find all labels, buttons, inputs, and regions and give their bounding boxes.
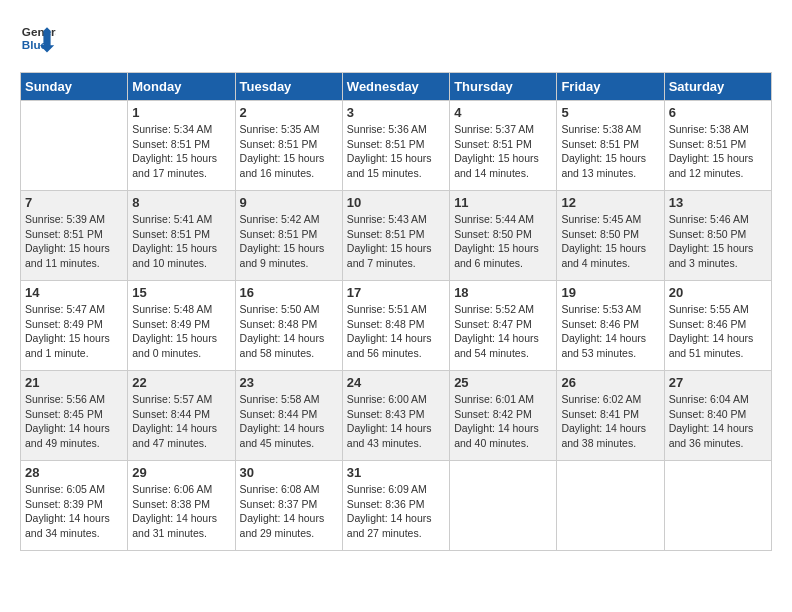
daylight-text: Daylight: 15 hours and 16 minutes. [240,151,338,180]
calendar-cell: 16Sunrise: 5:50 AMSunset: 8:48 PMDayligh… [235,281,342,371]
sunrise-text: Sunrise: 6:02 AM [561,392,659,407]
calendar-cell [664,461,771,551]
day-number: 8 [132,195,230,210]
daylight-text: Daylight: 14 hours and 34 minutes. [25,511,123,540]
sunrise-text: Sunrise: 6:00 AM [347,392,445,407]
weekday-header: Sunday [21,73,128,101]
day-number: 4 [454,105,552,120]
sunrise-text: Sunrise: 5:42 AM [240,212,338,227]
calendar-cell: 30Sunrise: 6:08 AMSunset: 8:37 PMDayligh… [235,461,342,551]
sunset-text: Sunset: 8:46 PM [669,317,767,332]
sunrise-text: Sunrise: 5:48 AM [132,302,230,317]
daylight-text: Daylight: 14 hours and 36 minutes. [669,421,767,450]
calendar-cell: 26Sunrise: 6:02 AMSunset: 8:41 PMDayligh… [557,371,664,461]
day-number: 25 [454,375,552,390]
daylight-text: Daylight: 14 hours and 31 minutes. [132,511,230,540]
sunrise-text: Sunrise: 5:57 AM [132,392,230,407]
weekday-header: Monday [128,73,235,101]
sunrise-text: Sunrise: 5:39 AM [25,212,123,227]
day-number: 9 [240,195,338,210]
day-number: 2 [240,105,338,120]
sunrise-text: Sunrise: 5:37 AM [454,122,552,137]
sunset-text: Sunset: 8:48 PM [240,317,338,332]
day-number: 26 [561,375,659,390]
day-number: 27 [669,375,767,390]
calendar-week-row: 1Sunrise: 5:34 AMSunset: 8:51 PMDaylight… [21,101,772,191]
sunrise-text: Sunrise: 5:41 AM [132,212,230,227]
calendar-cell: 23Sunrise: 5:58 AMSunset: 8:44 PMDayligh… [235,371,342,461]
weekday-header: Tuesday [235,73,342,101]
calendar-cell: 12Sunrise: 5:45 AMSunset: 8:50 PMDayligh… [557,191,664,281]
daylight-text: Daylight: 15 hours and 6 minutes. [454,241,552,270]
calendar-cell: 22Sunrise: 5:57 AMSunset: 8:44 PMDayligh… [128,371,235,461]
day-number: 15 [132,285,230,300]
sunset-text: Sunset: 8:39 PM [25,497,123,512]
daylight-text: Daylight: 14 hours and 29 minutes. [240,511,338,540]
sunset-text: Sunset: 8:44 PM [132,407,230,422]
daylight-text: Daylight: 14 hours and 49 minutes. [25,421,123,450]
day-number: 30 [240,465,338,480]
weekday-header: Thursday [450,73,557,101]
calendar-cell: 4Sunrise: 5:37 AMSunset: 8:51 PMDaylight… [450,101,557,191]
calendar-cell: 7Sunrise: 5:39 AMSunset: 8:51 PMDaylight… [21,191,128,281]
sunset-text: Sunset: 8:47 PM [454,317,552,332]
daylight-text: Daylight: 14 hours and 53 minutes. [561,331,659,360]
sunset-text: Sunset: 8:44 PM [240,407,338,422]
sunset-text: Sunset: 8:51 PM [132,137,230,152]
sunrise-text: Sunrise: 5:34 AM [132,122,230,137]
page-header: General Blue [20,20,772,56]
weekday-header: Saturday [664,73,771,101]
sunrise-text: Sunrise: 5:46 AM [669,212,767,227]
sunrise-text: Sunrise: 6:09 AM [347,482,445,497]
svg-text:General: General [22,25,56,38]
sunset-text: Sunset: 8:51 PM [347,227,445,242]
daylight-text: Daylight: 14 hours and 27 minutes. [347,511,445,540]
day-number: 13 [669,195,767,210]
daylight-text: Daylight: 14 hours and 56 minutes. [347,331,445,360]
daylight-text: Daylight: 14 hours and 51 minutes. [669,331,767,360]
weekday-header: Wednesday [342,73,449,101]
logo: General Blue [20,20,56,56]
sunrise-text: Sunrise: 5:53 AM [561,302,659,317]
calendar-cell: 10Sunrise: 5:43 AMSunset: 8:51 PMDayligh… [342,191,449,281]
calendar-cell: 3Sunrise: 5:36 AMSunset: 8:51 PMDaylight… [342,101,449,191]
day-number: 5 [561,105,659,120]
daylight-text: Daylight: 15 hours and 1 minute. [25,331,123,360]
calendar-week-row: 28Sunrise: 6:05 AMSunset: 8:39 PMDayligh… [21,461,772,551]
daylight-text: Daylight: 14 hours and 43 minutes. [347,421,445,450]
sunrise-text: Sunrise: 5:50 AM [240,302,338,317]
day-number: 1 [132,105,230,120]
sunset-text: Sunset: 8:50 PM [454,227,552,242]
day-number: 22 [132,375,230,390]
daylight-text: Daylight: 15 hours and 13 minutes. [561,151,659,180]
calendar-cell [557,461,664,551]
sunset-text: Sunset: 8:45 PM [25,407,123,422]
day-number: 17 [347,285,445,300]
sunrise-text: Sunrise: 5:51 AM [347,302,445,317]
day-number: 16 [240,285,338,300]
day-number: 24 [347,375,445,390]
sunrise-text: Sunrise: 6:08 AM [240,482,338,497]
calendar-cell: 24Sunrise: 6:00 AMSunset: 8:43 PMDayligh… [342,371,449,461]
calendar-cell [450,461,557,551]
sunrise-text: Sunrise: 6:06 AM [132,482,230,497]
logo-icon: General Blue [20,20,56,56]
calendar-cell: 5Sunrise: 5:38 AMSunset: 8:51 PMDaylight… [557,101,664,191]
sunset-text: Sunset: 8:36 PM [347,497,445,512]
sunset-text: Sunset: 8:49 PM [132,317,230,332]
sunrise-text: Sunrise: 6:05 AM [25,482,123,497]
day-number: 3 [347,105,445,120]
sunrise-text: Sunrise: 5:58 AM [240,392,338,407]
calendar-cell: 20Sunrise: 5:55 AMSunset: 8:46 PMDayligh… [664,281,771,371]
sunset-text: Sunset: 8:51 PM [25,227,123,242]
calendar-cell: 2Sunrise: 5:35 AMSunset: 8:51 PMDaylight… [235,101,342,191]
day-number: 14 [25,285,123,300]
sunset-text: Sunset: 8:40 PM [669,407,767,422]
sunrise-text: Sunrise: 5:38 AM [561,122,659,137]
calendar-cell [21,101,128,191]
daylight-text: Daylight: 15 hours and 10 minutes. [132,241,230,270]
calendar-week-row: 7Sunrise: 5:39 AMSunset: 8:51 PMDaylight… [21,191,772,281]
daylight-text: Daylight: 15 hours and 11 minutes. [25,241,123,270]
sunrise-text: Sunrise: 5:52 AM [454,302,552,317]
sunset-text: Sunset: 8:51 PM [454,137,552,152]
